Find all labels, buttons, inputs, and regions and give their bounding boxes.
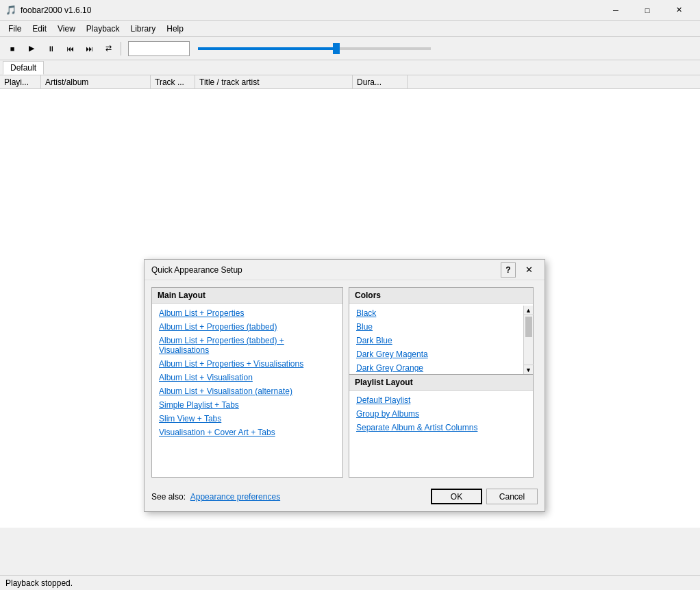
scrollbar-up-arrow[interactable]: ▲ <box>524 306 534 315</box>
color-item-3[interactable]: Dark Grey Magenta <box>349 347 533 361</box>
content-area: Quick Appearance Setup ? ✕ Main Layout A… <box>0 89 700 528</box>
scrollbar-thumb[interactable] <box>525 317 532 337</box>
menu-library[interactable]: Library <box>125 23 162 35</box>
col-track[interactable]: Track ... <box>151 75 195 88</box>
cancel-button[interactable]: Cancel <box>486 489 538 504</box>
layout-item-4[interactable]: Album List + Visualisation <box>152 371 342 384</box>
menu-help[interactable]: Help <box>161 23 189 35</box>
layout-item-1[interactable]: Album List + Properties (tabbed) <box>152 320 342 334</box>
toolbar-separator <box>121 42 121 56</box>
main-layout-panel: Main Layout Album List + Properties Albu… <box>151 287 343 478</box>
volume-track[interactable] <box>198 47 431 50</box>
volume-area <box>198 47 696 50</box>
main-layout-header: Main Layout <box>152 288 342 304</box>
color-item-0[interactable]: Black <box>349 306 533 320</box>
toolbar: ■ ▶ ⏸ ⏮ ⏭ ⇄ <box>0 37 700 60</box>
prev-button[interactable]: ⏮ <box>62 40 78 57</box>
menu-edit[interactable]: Edit <box>27 23 52 35</box>
tab-default[interactable]: Default <box>3 61 44 75</box>
col-duration[interactable]: Dura... <box>353 75 408 88</box>
color-item-2[interactable]: Dark Blue <box>349 334 533 347</box>
playlist-layout-list: Default Playlist Group by Albums Separat… <box>349 391 533 437</box>
playlist-layout-header: Playlist Layout <box>349 375 533 391</box>
layout-item-6[interactable]: Simple Playlist + Tabs <box>152 398 342 412</box>
maximize-button[interactable]: □ <box>632 0 663 21</box>
close-button[interactable]: ✕ <box>663 0 695 21</box>
dialog-close-button[interactable]: ✕ <box>520 262 538 278</box>
colors-panel: Colors Black Blue Dark Blue Dark Grey Ma… <box>349 287 534 375</box>
colors-list: Black Blue Dark Blue Dark Grey Magenta D… <box>349 304 533 372</box>
layout-item-8[interactable]: Visualisation + Cover Art + Tabs <box>152 426 342 439</box>
scrollbar-down-arrow[interactable]: ▼ <box>524 365 534 374</box>
color-item-4[interactable]: Dark Grey Orange <box>349 361 533 372</box>
app-icon: 🎵 <box>5 5 16 15</box>
playlist-layout-panel: Playlist Layout Default Playlist Group b… <box>349 375 534 478</box>
status-text: Playback stopped. <box>5 578 73 588</box>
dialog-body: Main Layout Album List + Properties Albu… <box>145 280 545 484</box>
dialog-footer: See also: Appearance preferences OK Canc… <box>145 484 545 511</box>
seek-bar[interactable] <box>128 41 190 56</box>
col-artist-album[interactable]: Artist/album <box>41 75 151 88</box>
column-headers: Playi... Artist/album Track ... Title / … <box>0 75 700 89</box>
playlist-item-2[interactable]: Separate Album & Artist Columns <box>349 421 533 434</box>
statusbar: Playback stopped. <box>0 575 700 590</box>
pause-button[interactable]: ⏸ <box>42 40 59 57</box>
next-button[interactable]: ⏭ <box>81 40 97 57</box>
layout-item-7[interactable]: Slim View + Tabs <box>152 412 342 426</box>
volume-fill <box>198 47 338 50</box>
col-title-artist[interactable]: Title / track artist <box>195 75 353 88</box>
playlist-item-0[interactable]: Default Playlist <box>349 393 533 407</box>
layout-item-0[interactable]: Album List + Properties <box>152 306 342 320</box>
layout-item-2[interactable]: Album List + Properties (tabbed) + Visua… <box>152 334 342 357</box>
menu-view[interactable]: View <box>52 23 81 35</box>
dialog-titlebar: Quick Appearance Setup ? ✕ <box>145 260 545 280</box>
tabsbar: Default <box>0 60 700 75</box>
titlebar: 🎵 foobar2000 v1.6.10 ─ □ ✕ <box>0 0 700 21</box>
menubar: File Edit View Playback Library Help <box>0 21 700 37</box>
ok-button[interactable]: OK <box>431 489 482 504</box>
menu-playback[interactable]: Playback <box>81 23 125 35</box>
random-button[interactable]: ⇄ <box>100 40 116 57</box>
layout-item-3[interactable]: Album List + Properties + Visualisations <box>152 357 342 371</box>
app-title: foobar2000 v1.6.10 <box>21 5 600 15</box>
stop-button[interactable]: ■ <box>4 40 21 57</box>
minimize-button[interactable]: ─ <box>600 0 632 21</box>
window-controls: ─ □ ✕ <box>600 0 695 21</box>
color-item-1[interactable]: Blue <box>349 320 533 334</box>
see-also-label: See also: <box>151 492 186 502</box>
play-button[interactable]: ▶ <box>23 40 40 57</box>
colors-header: Colors <box>349 288 533 304</box>
layout-item-5[interactable]: Album List + Visualisation (alternate) <box>152 384 342 398</box>
menu-file[interactable]: File <box>3 23 27 35</box>
main-layout-list: Album List + Properties Album List + Pro… <box>152 304 342 475</box>
col-playlist[interactable]: Playi... <box>0 75 41 88</box>
volume-thumb[interactable] <box>333 43 340 54</box>
dialog-help-button[interactable]: ? <box>501 262 516 278</box>
quick-appearance-dialog: Quick Appearance Setup ? ✕ Main Layout A… <box>144 259 545 512</box>
footer-see-also: See also: Appearance preferences <box>151 492 280 502</box>
dialog-title: Quick Appearance Setup <box>151 265 501 275</box>
playlist-item-1[interactable]: Group by Albums <box>349 407 533 421</box>
colors-scrollbar[interactable]: ▲ ▼ <box>523 306 533 374</box>
right-panels: Colors Black Blue Dark Blue Dark Grey Ma… <box>349 287 534 478</box>
appearance-preferences-link[interactable]: Appearance preferences <box>190 492 280 502</box>
